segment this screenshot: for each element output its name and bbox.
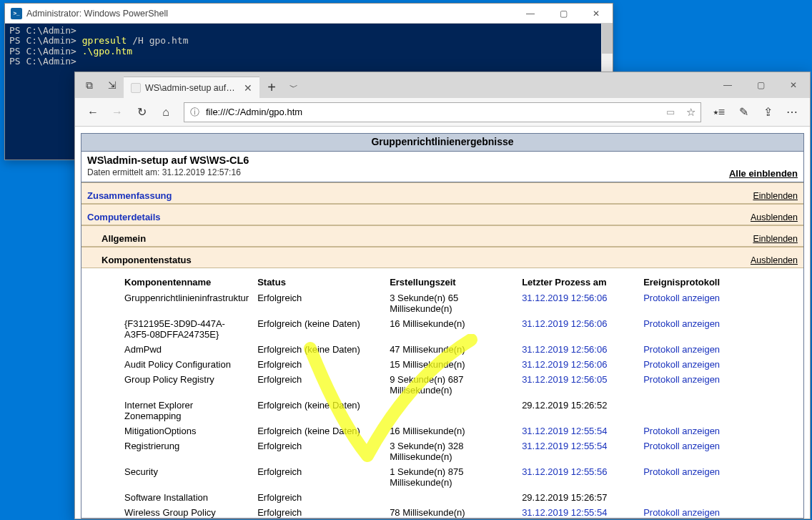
- forward-button[interactable]: →: [107, 102, 128, 123]
- powershell-terminal[interactable]: PS C:\Admin>PS C:\Admin> gpresult /H gpo…: [5, 24, 613, 69]
- url-input[interactable]: [204, 106, 660, 118]
- edge-tabbar: ⧉ ⇲ WS\admin-setup auf W ✕ + ﹀ — ▢ ✕: [75, 72, 810, 98]
- report-container: Gruppenrichtlinienergebnisse WS\admin-se…: [81, 133, 804, 519]
- table-row: Software InstallationErfolgreich29.12.20…: [120, 490, 803, 505]
- terminal-line: PS C:\Admin>: [9, 57, 608, 67]
- favicon-icon: [131, 83, 141, 93]
- section-label: Komponentenstatus: [102, 255, 192, 265]
- table-row: RegistrierungErfolgreich3 Sekunde(n) 328…: [120, 438, 803, 464]
- section-label: Zusammenfassung: [87, 190, 172, 201]
- site-info-icon[interactable]: ⓘ: [184, 106, 204, 119]
- log-link[interactable]: Protokoll anzeigen: [643, 293, 720, 303]
- table-header-row: Komponentenname Status Erstellungszeit L…: [120, 274, 803, 290]
- table-row: {F312195E-3D9D-447A-A3F5-08DFFA24735E}Er…: [120, 316, 803, 342]
- back-button[interactable]: ←: [82, 102, 104, 123]
- process-time-link[interactable]: 31.12.2019 12:56:06: [522, 318, 607, 329]
- section-computer-details[interactable]: Computerdetails Ausblenden: [81, 204, 803, 225]
- process-time-link[interactable]: 31.12.2019 12:56:05: [522, 374, 607, 385]
- section-general[interactable]: Allgemein Einblenden: [81, 225, 803, 247]
- powershell-titlebar[interactable]: Administrator: Windows PowerShell — ▢ ✕: [5, 4, 613, 24]
- toggle-link[interactable]: Einblenden: [753, 191, 798, 201]
- new-tab-button[interactable]: +: [259, 77, 284, 98]
- notes-button[interactable]: ✎: [733, 102, 754, 123]
- report-header: WS\admin-setup auf WS\WS-CL6 Daten ermit…: [81, 152, 803, 182]
- more-button[interactable]: ⋯: [781, 102, 803, 123]
- process-time-link[interactable]: 31.12.2019 12:55:54: [522, 507, 607, 518]
- process-time-link[interactable]: 31.12.2019 12:56:06: [522, 293, 607, 303]
- powershell-icon: [11, 8, 22, 19]
- process-time-link[interactable]: 31.12.2019 12:56:06: [522, 359, 607, 370]
- terminal-line: PS C:\Admin> gpresult /H gpo.htm: [9, 36, 608, 46]
- tab-overflow-icon[interactable]: ﹀: [284, 77, 304, 98]
- edge-minimize-button[interactable]: —: [711, 72, 744, 98]
- recent-tabs-icon[interactable]: ⧉: [78, 77, 101, 94]
- log-link[interactable]: Protokoll anzeigen: [643, 374, 720, 385]
- tab-close-icon[interactable]: ✕: [244, 82, 252, 94]
- set-aside-tabs-icon[interactable]: ⇲: [101, 77, 124, 94]
- tab-title: WS\admin-setup auf W: [145, 83, 237, 93]
- table-row: Audit Policy ConfigurationErfolgreich15 …: [120, 357, 803, 372]
- toggle-link[interactable]: Ausblenden: [751, 255, 798, 265]
- col-proc: Letzter Prozess am: [518, 274, 639, 290]
- log-link[interactable]: Protokoll anzeigen: [643, 441, 720, 451]
- col-status: Status: [253, 274, 385, 290]
- log-link[interactable]: Protokoll anzeigen: [643, 466, 720, 477]
- col-log: Ereignisprotokoll: [639, 274, 803, 290]
- log-link[interactable]: Protokoll anzeigen: [643, 359, 720, 370]
- edge-close-button[interactable]: ✕: [777, 72, 810, 98]
- log-link[interactable]: Protokoll anzeigen: [643, 507, 720, 518]
- report-timestamp: Daten ermittelt am: 31.12.2019 12:57:16: [87, 167, 798, 177]
- process-time-link[interactable]: 31.12.2019 12:55:56: [522, 466, 607, 477]
- log-link[interactable]: Protokoll anzeigen: [643, 344, 720, 355]
- table-row: Wireless Group PolicyErfolgreich78 Milli…: [120, 505, 803, 519]
- table-row: Group Policy RegistryErfolgreich9 Sekund…: [120, 372, 803, 398]
- terminal-line: PS C:\Admin>: [9, 26, 608, 36]
- table-row: Internet Explorer ZonemappingErfolgreich…: [120, 398, 803, 423]
- col-name: Komponentenname: [120, 274, 253, 290]
- table-row: AdmPwdErfolgreich (keine Daten)47 Millis…: [120, 342, 803, 357]
- log-link[interactable]: Protokoll anzeigen: [643, 426, 720, 436]
- report-body: Gruppenrichtlinienergebnisse WS\admin-se…: [75, 127, 810, 519]
- component-table: Komponentenname Status Erstellungszeit L…: [120, 274, 803, 519]
- address-bar[interactable]: ⓘ ▭ ☆: [184, 102, 701, 122]
- table-row: GruppenrichtlinieninfrastrukturErfolgrei…: [120, 290, 803, 316]
- section-label: Computerdetails: [87, 212, 161, 222]
- section-summary[interactable]: Zusammenfassung Einblenden: [81, 182, 803, 204]
- browser-tab[interactable]: WS\admin-setup auf W ✕: [124, 77, 259, 98]
- edge-toolbar: ← → ↻ ⌂ ⓘ ▭ ☆ ⭑≡ ✎ ⇪ ⋯: [75, 98, 810, 127]
- home-button[interactable]: ⌂: [155, 102, 177, 123]
- process-time-link[interactable]: 31.12.2019 12:56:06: [522, 344, 607, 355]
- toggle-link[interactable]: Einblenden: [753, 234, 798, 244]
- log-link[interactable]: Protokoll anzeigen: [643, 318, 720, 329]
- reading-view-icon[interactable]: ▭: [660, 107, 680, 117]
- section-label: Allgemein: [102, 233, 146, 244]
- terminal-line: PS C:\Admin> .\gpo.htm: [9, 46, 608, 57]
- show-all-link[interactable]: Alle einblenden: [729, 168, 798, 179]
- table-row: SecurityErfolgreich1 Sekunde(n) 875 Mill…: [120, 464, 803, 490]
- share-button[interactable]: ⇪: [757, 102, 778, 123]
- process-time-link[interactable]: 31.12.2019 12:55:54: [522, 426, 607, 436]
- table-row: MitigationOptionsErfolgreich (keine Date…: [120, 423, 803, 438]
- favorites-button[interactable]: ⭑≡: [708, 102, 730, 123]
- section-component-status[interactable]: Komponentenstatus Ausblenden: [81, 247, 803, 268]
- col-time: Erstellungszeit: [385, 274, 518, 290]
- refresh-button[interactable]: ↻: [131, 102, 152, 123]
- close-button[interactable]: ✕: [580, 4, 613, 24]
- report-banner: Gruppenrichtlinienergebnisse: [81, 134, 803, 152]
- process-time-link[interactable]: 31.12.2019 12:55:54: [522, 441, 607, 451]
- edge-maximize-button[interactable]: ▢: [744, 72, 777, 98]
- report-title: WS\admin-setup auf WS\WS-CL6: [87, 154, 798, 166]
- edge-window: ⧉ ⇲ WS\admin-setup auf W ✕ + ﹀ — ▢ ✕ ← →…: [74, 72, 811, 519]
- powershell-title: Administrator: Windows PowerShell: [26, 9, 514, 19]
- favorite-icon[interactable]: ☆: [680, 106, 700, 119]
- maximize-button[interactable]: ▢: [547, 4, 580, 24]
- minimize-button[interactable]: —: [514, 4, 547, 24]
- toggle-link[interactable]: Ausblenden: [751, 212, 798, 222]
